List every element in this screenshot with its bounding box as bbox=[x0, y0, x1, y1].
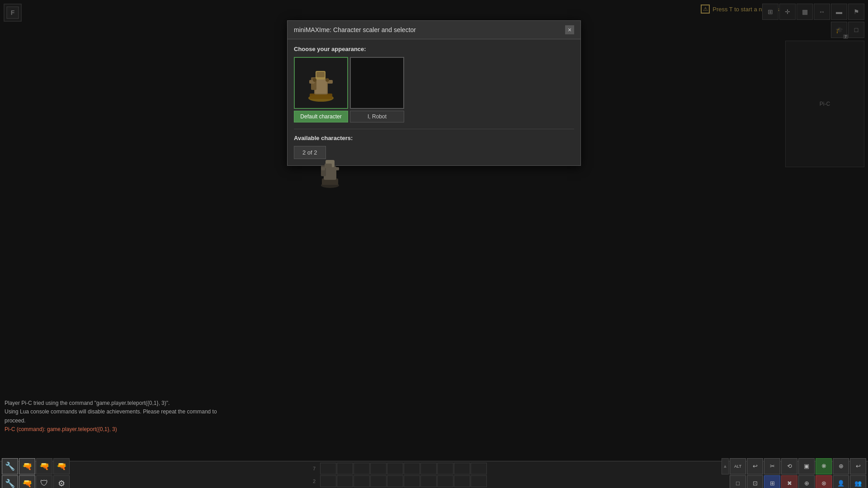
rtb-red2-btn[interactable]: ⊗ bbox=[816, 475, 832, 488]
expand-button[interactable]: ▲ bbox=[722, 458, 729, 474]
item-slot-6[interactable]: 🔫 bbox=[19, 475, 35, 488]
item-slot-5[interactable]: 🔧 bbox=[2, 475, 18, 488]
hotbar-slot-r2-4[interactable] bbox=[370, 475, 387, 487]
rtb-person-btn[interactable]: 👤 bbox=[833, 475, 849, 488]
bottom-bar: 🔧 🔫 🔫 🔫 🔧 🔫 🛡 ⚙ 7 2 bbox=[0, 461, 868, 488]
available-label: Available characters: bbox=[294, 135, 574, 141]
console-line-1: Player Pi-C tried using the command "gam… bbox=[5, 399, 231, 408]
rtb-rotate-btn[interactable]: ⟲ bbox=[781, 458, 797, 474]
svg-point-11 bbox=[313, 78, 316, 82]
char-robot-button[interactable]: I, Robot bbox=[350, 111, 404, 122]
svg-rect-5 bbox=[315, 80, 327, 94]
hotbar-slot-r2-10[interactable] bbox=[471, 475, 487, 487]
center-hotbar: 7 2 bbox=[74, 463, 722, 487]
hotbar-slot-r1-10[interactable] bbox=[471, 463, 487, 474]
hotbar-slot-r1-5[interactable] bbox=[387, 463, 403, 474]
hotbar-slot-r1-4[interactable] bbox=[370, 463, 387, 474]
rtb-red-btn[interactable]: ✖ bbox=[781, 475, 797, 488]
rtb-grid-btn[interactable]: ⊡ bbox=[747, 475, 763, 488]
hotbar-slot-r2-3[interactable] bbox=[354, 475, 370, 487]
rtb-box-btn[interactable]: □ bbox=[730, 475, 746, 488]
item-slot-7[interactable]: 🛡 bbox=[36, 475, 52, 488]
rtb-cut-btn[interactable]: ✂ bbox=[764, 458, 780, 474]
svg-rect-8 bbox=[316, 72, 325, 77]
character-selector-modal: miniMAXIme: Character scaler and selecto… bbox=[287, 20, 581, 166]
modal-titlebar: miniMAXIme: Character scaler and selecto… bbox=[288, 21, 580, 39]
rtb-select-btn[interactable]: ▣ bbox=[798, 458, 815, 474]
hotbar-slot-r1-7[interactable] bbox=[420, 463, 437, 474]
item-slot-2[interactable]: 🔫 bbox=[19, 458, 35, 474]
char-entry-robot: I, Robot bbox=[350, 57, 404, 122]
rtb-alt-btn[interactable]: ALT bbox=[730, 458, 746, 474]
rtb-undo-btn[interactable]: ↩ bbox=[747, 458, 763, 474]
hotbar-slot-r1-1[interactable] bbox=[320, 463, 336, 474]
hotbar-row-2: 2 bbox=[309, 475, 487, 487]
hotbar-slot-r1-2[interactable] bbox=[337, 463, 353, 474]
rtb-green-btn[interactable]: ❋ bbox=[816, 458, 832, 474]
rtb-circle-btn[interactable]: ⊕ bbox=[798, 475, 815, 488]
hotbar-slot-r1-9[interactable] bbox=[454, 463, 470, 474]
hotbar-slot-r2-5[interactable] bbox=[387, 475, 403, 487]
character-grid: Default character I, Robot bbox=[294, 57, 574, 122]
item-slot-4[interactable]: 🔫 bbox=[53, 458, 70, 474]
char-entry-default: Default character bbox=[294, 57, 348, 122]
console-area: Player Pi-C tried using the command "gam… bbox=[5, 399, 231, 434]
hotbar-row-1: 7 bbox=[309, 463, 487, 474]
modal-title: miniMAXIme: Character scaler and selecto… bbox=[294, 26, 416, 33]
svg-rect-20 bbox=[325, 164, 332, 168]
rtb-people-btn[interactable]: 👥 bbox=[850, 475, 866, 488]
svg-rect-19 bbox=[335, 167, 339, 170]
hotbar-num-2: 2 bbox=[309, 479, 320, 484]
right-toolbar-bottom: ▲ ALT ↩ ✂ ⟲ ▣ ❋ ⊕ ↩ □ ⊡ ⊞ ✖ ⊕ ⊗ 👤 👥 bbox=[722, 458, 866, 488]
appearance-label: Choose your appearance: bbox=[294, 46, 574, 52]
char-default-button[interactable]: Default character bbox=[294, 111, 348, 122]
hotbar-slot-r2-7[interactable] bbox=[420, 475, 437, 487]
hotbar-slot-r2-1[interactable] bbox=[320, 475, 336, 487]
world-character-sprite bbox=[316, 154, 344, 193]
modal-content: Choose your appearance: bbox=[288, 39, 580, 165]
svg-rect-18 bbox=[321, 167, 325, 170]
char-thumb-robot[interactable] bbox=[350, 57, 404, 109]
hotbar-slot-r1-8[interactable] bbox=[437, 463, 453, 474]
item-slot-1[interactable]: 🔧 bbox=[2, 458, 18, 474]
rtb-undo2-btn[interactable]: ↩ bbox=[850, 458, 866, 474]
item-slots-left: 🔧 🔫 🔫 🔫 🔧 🔫 🛡 ⚙ bbox=[2, 458, 74, 488]
rtb-plus-btn[interactable]: ⊕ bbox=[833, 458, 849, 474]
hotbar-slot-r2-8[interactable] bbox=[437, 475, 453, 487]
hotbar-slot-r1-6[interactable] bbox=[404, 463, 420, 474]
svg-point-12 bbox=[326, 78, 329, 82]
hotbar-slot-r2-6[interactable] bbox=[404, 475, 420, 487]
rtb-blue-btn[interactable]: ⊞ bbox=[764, 475, 780, 488]
modal-close-button[interactable]: × bbox=[565, 25, 574, 34]
console-line-2: Using Lua console commands will disable … bbox=[5, 408, 231, 425]
hotbar-slot-r1-3[interactable] bbox=[354, 463, 370, 474]
section-divider bbox=[294, 129, 574, 129]
hotbar-slot-r2-9[interactable] bbox=[454, 475, 470, 487]
item-slot-8[interactable]: ⚙ bbox=[53, 475, 70, 488]
char-thumb-default[interactable] bbox=[294, 57, 348, 109]
hotbar-num-7: 7 bbox=[309, 466, 320, 471]
console-line-3: Pi-C (command): game.player.teleport({0,… bbox=[5, 425, 231, 434]
hotbar-slot-r2-2[interactable] bbox=[337, 475, 353, 487]
item-slot-3[interactable]: 🔫 bbox=[36, 458, 52, 474]
